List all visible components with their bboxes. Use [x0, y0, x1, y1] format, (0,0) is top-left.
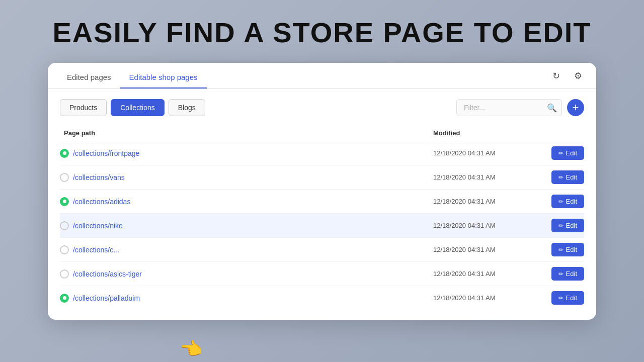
- row-modified-5: 12/18/2020 04:31 AM: [433, 270, 534, 278]
- radio-1[interactable]: [60, 173, 69, 182]
- products-button[interactable]: Products: [60, 99, 107, 116]
- table-row: /collections/nike 12/18/2020 04:31 AM ✏ …: [60, 214, 584, 238]
- row-path-6: /collections/palladuim: [60, 294, 433, 303]
- radio-0[interactable]: [60, 149, 69, 158]
- header-action: [534, 129, 584, 137]
- collections-button[interactable]: Collections: [111, 99, 164, 116]
- table-row: /collections/palladuim 12/18/2020 04:31 …: [60, 286, 584, 310]
- hero-title-text: EASILY FIND A STORE PAGE TO EDIT: [52, 16, 591, 49]
- table-row: /collections/c... 12/18/2020 04:31 AM ✏ …: [60, 238, 584, 262]
- table-body: /collections/frontpage 12/18/2020 04:31 …: [60, 141, 584, 310]
- row-path-1: /collections/vans: [60, 173, 433, 182]
- path-text-0: /collections/frontpage: [73, 149, 139, 157]
- row-action-4: ✏ Edit: [534, 243, 584, 256]
- app-window: Edited pages Editable shop pages ↻ ⚙ Pro…: [48, 63, 596, 320]
- edit-button-5[interactable]: ✏ Edit: [551, 267, 584, 281]
- edit-pencil-icon-3: ✏: [558, 222, 564, 229]
- row-action-3: ✏ Edit: [534, 219, 584, 232]
- edit-pencil-icon-4: ✏: [558, 246, 564, 253]
- row-modified-2: 12/18/2020 04:31 AM: [433, 198, 534, 205]
- cursor-icon: 👈: [180, 338, 202, 359]
- filter-input-wrap: 🔍: [456, 99, 562, 116]
- row-action-5: ✏ Edit: [534, 267, 584, 281]
- tab-edited-pages[interactable]: Edited pages: [58, 73, 120, 88]
- tabs-left: Edited pages Editable shop pages: [58, 63, 207, 88]
- row-action-1: ✏ Edit: [534, 170, 584, 184]
- radio-5[interactable]: [60, 269, 69, 279]
- row-modified-4: 12/18/2020 04:31 AM: [433, 246, 534, 253]
- tab-bar: Edited pages Editable shop pages ↻ ⚙: [48, 63, 596, 89]
- blogs-button[interactable]: Blogs: [169, 99, 205, 116]
- row-path-3: /collections/nike: [60, 221, 433, 230]
- path-text-5: /collections/asics-tiger: [73, 270, 142, 278]
- row-modified-6: 12/18/2020 04:31 AM: [433, 294, 534, 302]
- row-modified-0: 12/18/2020 04:31 AM: [433, 149, 534, 157]
- edit-button-2[interactable]: ✏ Edit: [551, 195, 584, 208]
- filter-right: 🔍 +: [456, 99, 584, 116]
- refresh-icon[interactable]: ↻: [548, 68, 564, 84]
- header-modified: Modified: [433, 129, 534, 137]
- filter-input[interactable]: [456, 99, 562, 116]
- table-row: /collections/adidas 12/18/2020 04:31 AM …: [60, 190, 584, 214]
- table-row: /collections/frontpage 12/18/2020 04:31 …: [60, 141, 584, 165]
- table-header: Page path Modified: [60, 126, 584, 141]
- category-btn-group: Products Collections Blogs: [60, 99, 205, 116]
- edit-pencil-icon-5: ✏: [558, 270, 564, 278]
- edit-button-0[interactable]: ✏ Edit: [551, 146, 584, 160]
- row-action-0: ✏ Edit: [534, 146, 584, 160]
- tab-icons: ↻ ⚙: [548, 68, 586, 84]
- path-text-2: /collections/adidas: [73, 198, 130, 206]
- edit-button-4[interactable]: ✏ Edit: [551, 243, 584, 256]
- row-path-0: /collections/frontpage: [60, 149, 433, 158]
- row-action-6: ✏ Edit: [534, 291, 584, 305]
- radio-4[interactable]: [60, 245, 69, 254]
- filter-row: Products Collections Blogs 🔍 +: [60, 99, 584, 116]
- table-row: /collections/asics-tiger 12/18/2020 04:3…: [60, 262, 584, 286]
- table-row: /collections/vans 12/18/2020 04:31 AM ✏ …: [60, 165, 584, 190]
- radio-3[interactable]: [60, 221, 69, 230]
- edit-button-6[interactable]: ✏ Edit: [551, 291, 584, 305]
- edit-pencil-icon-1: ✏: [558, 174, 564, 181]
- row-path-4: /collections/c...: [60, 245, 433, 254]
- header-page-path: Page path: [60, 129, 433, 137]
- path-text-1: /collections/vans: [73, 173, 125, 182]
- content-area: Products Collections Blogs 🔍 + Page path…: [48, 89, 596, 320]
- row-modified-3: 12/18/2020 04:31 AM: [433, 222, 534, 229]
- radio-6[interactable]: [60, 294, 69, 303]
- row-action-2: ✏ Edit: [534, 195, 584, 208]
- edit-pencil-icon-2: ✏: [558, 198, 564, 205]
- tab-editable-shop-pages[interactable]: Editable shop pages: [120, 73, 207, 88]
- radio-2[interactable]: [60, 197, 69, 206]
- row-path-5: /collections/asics-tiger: [60, 269, 433, 279]
- row-path-2: /collections/adidas: [60, 197, 433, 206]
- edit-pencil-icon-0: ✏: [558, 150, 564, 157]
- edit-button-3[interactable]: ✏ Edit: [551, 219, 584, 232]
- row-modified-1: 12/18/2020 04:31 AM: [433, 173, 534, 181]
- path-text-4: /collections/c...: [73, 246, 119, 254]
- settings-icon[interactable]: ⚙: [570, 68, 586, 84]
- edit-pencil-icon-6: ✏: [558, 295, 564, 302]
- search-icon: 🔍: [547, 103, 557, 113]
- add-button[interactable]: +: [567, 99, 584, 116]
- edit-button-1[interactable]: ✏ Edit: [551, 170, 584, 184]
- path-text-6: /collections/palladuim: [73, 294, 140, 302]
- path-text-3: /collections/nike: [73, 222, 123, 230]
